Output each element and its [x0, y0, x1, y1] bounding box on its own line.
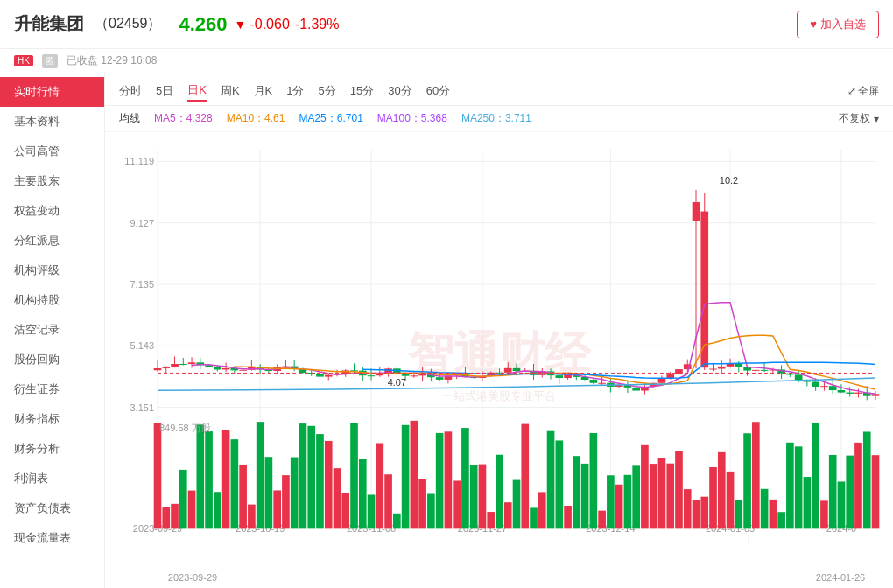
ma5: MA5：4.328 [154, 111, 213, 126]
content-area: 实时行情 基本资料 公司高管 主要股东 权益变动 分红派息 机构评级 机构持股 … [0, 74, 893, 588]
tab-right: ⤢ 全屏 [847, 84, 879, 99]
stock-price: 4.260 [179, 13, 228, 36]
add-to-watchlist-button[interactable]: ♥ 加入自选 [797, 10, 879, 38]
tab-minute[interactable]: 分时 [119, 81, 142, 101]
sidebar-item-management[interactable]: 公司高管 [0, 136, 104, 166]
sidebar-item-derivatives[interactable]: 衍生证券 [0, 374, 104, 404]
ma-label: 均线 [119, 111, 140, 126]
sidebar-item-holdings[interactable]: 机构持股 [0, 285, 104, 315]
ma10: MA10：4.61 [227, 111, 285, 126]
sidebar-item-analysis[interactable]: 财务分析 [0, 434, 104, 464]
tab-30min[interactable]: 30分 [388, 81, 411, 101]
sidebar-item-income[interactable]: 利润表 [0, 464, 104, 494]
sidebar-item-balance[interactable]: 资产负债表 [0, 494, 104, 523]
price-change-pct: -1.39% [295, 17, 340, 32]
stock-code: （02459） [95, 15, 162, 33]
chart-area: 分时 5日 日K 周K 月K 1分 5分 15分 30分 60分 ⤢ 全屏 [105, 74, 893, 588]
ma-bar: 均线 MA5：4.328 MA10：4.61 MA25：6.701 MA100：… [105, 106, 893, 132]
sidebar-item-equity[interactable]: 权益变动 [0, 196, 104, 226]
tab-5day[interactable]: 5日 [156, 81, 173, 101]
sidebar-item-short[interactable]: 沽空记录 [0, 315, 104, 345]
sidebar-item-shareholders[interactable]: 主要股东 [0, 166, 104, 196]
sidebar-item-basic[interactable]: 基本资料 [0, 107, 104, 136]
sidebar: 实时行情 基本资料 公司高管 主要股东 权益变动 分红派息 机构评级 机构持股 … [0, 74, 105, 588]
tab-5min[interactable]: 5分 [318, 81, 335, 101]
tab-60min[interactable]: 60分 [426, 81, 450, 101]
tab-weekly[interactable]: 周K [221, 81, 240, 101]
ma100: MA100：5.368 [377, 111, 447, 126]
tab-daily[interactable]: 日K [187, 80, 207, 102]
header: 升能集团 （02459） 4.260 ▼ -0.060 -1.39% ♥ 加入自… [0, 0, 893, 49]
stock-name: 升能集团 [14, 12, 84, 36]
tab-15min[interactable]: 15分 [350, 81, 374, 101]
price-arrow-icon: ▼ [235, 18, 247, 32]
price-change: -0.060 [250, 17, 289, 32]
sidebar-item-dividend[interactable]: 分红派息 [0, 226, 104, 256]
badge-closed: 匿 [42, 54, 58, 68]
header-right: ♥ 加入自选 [797, 10, 879, 38]
tab-bar: 分时 5日 日K 周K 月K 1分 5分 15分 30分 60分 ⤢ 全屏 [105, 74, 893, 106]
sidebar-item-buyback[interactable]: 股份回购 [0, 345, 104, 374]
sidebar-item-cashflow[interactable]: 现金流量表 [0, 523, 104, 553]
tab-monthly[interactable]: 月K [254, 81, 273, 101]
status-text: 已收盘 12-29 16:08 [67, 53, 157, 68]
fullscreen-icon: ⤢ [847, 85, 856, 97]
ma-right[interactable]: 不复权 ▾ [839, 111, 879, 126]
heart-icon: ♥ [810, 18, 817, 31]
sidebar-item-finance[interactable]: 财务指标 [0, 404, 104, 434]
chart-wrapper[interactable]: 智通财经 一站式港美股专业平台 [105, 132, 893, 588]
ma25: MA25：6.701 [299, 111, 362, 126]
sub-header: HK 匿 已收盘 12-29 16:08 [0, 49, 893, 74]
badge-hk: HK [14, 55, 33, 66]
chevron-down-icon: ▾ [874, 113, 879, 125]
main-chart-canvas[interactable] [105, 132, 893, 588]
sidebar-item-rating[interactable]: 机构评级 [0, 256, 104, 285]
tab-1min[interactable]: 1分 [286, 81, 304, 101]
ma250: MA250：3.711 [461, 111, 531, 126]
fullscreen-button[interactable]: ⤢ 全屏 [847, 84, 879, 99]
sidebar-item-realtime[interactable]: 实时行情 [0, 77, 104, 107]
